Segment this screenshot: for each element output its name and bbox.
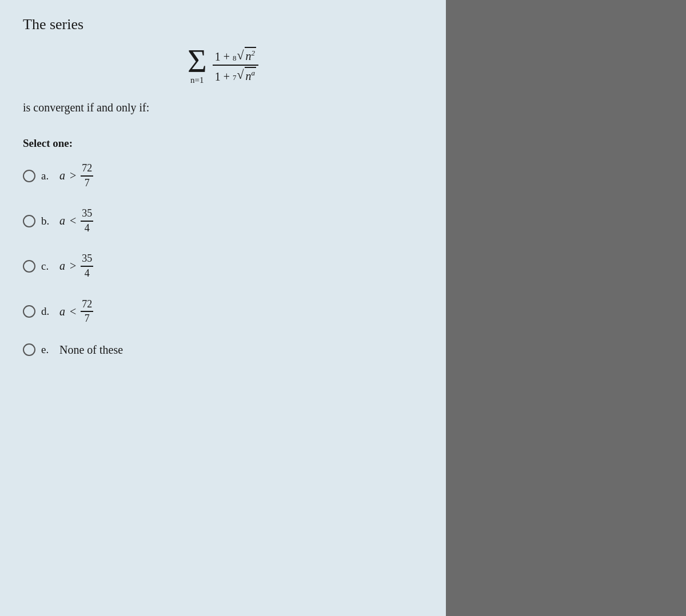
formula-block: Σ n=1 1 + 8√n2 1 + 7√na: [23, 45, 423, 85]
sigma-symbol: Σ: [188, 45, 207, 78]
sigma-limit: n=1: [190, 75, 204, 85]
option-d-letter: d.: [41, 305, 54, 318]
radio-d[interactable]: [23, 305, 35, 318]
option-a-letter: a.: [41, 170, 54, 182]
series-fraction: 1 + 8√n2 1 + 7√na: [213, 47, 258, 83]
option-b-content: a < 35 4: [59, 207, 93, 234]
radio-b[interactable]: [23, 215, 35, 227]
radio-a[interactable]: [23, 170, 35, 182]
radio-c[interactable]: [23, 260, 35, 273]
denominator: 1 + 7√na: [213, 66, 258, 83]
option-b-row[interactable]: b. a < 35 4: [23, 207, 423, 234]
option-a-row[interactable]: a. a > 72 7: [23, 162, 423, 189]
option-d-row[interactable]: d. a < 72 7: [23, 298, 423, 325]
question-card: The series Σ n=1 1 + 8√n2 1 + 7√na is co…: [0, 0, 446, 616]
body-text: is convergent if and only if:: [23, 101, 423, 114]
option-e-letter: e.: [41, 343, 54, 356]
option-e-content: None of these: [59, 343, 123, 357]
option-d-content: a < 72 7: [59, 298, 93, 325]
option-c-content: a > 35 4: [59, 253, 93, 279]
fraction-72-7-d: 72 7: [81, 298, 93, 325]
fraction-72-7: 72 7: [81, 162, 93, 189]
option-c-letter: c.: [41, 260, 54, 273]
option-e-row[interactable]: e. None of these: [23, 343, 423, 357]
option-c-row[interactable]: c. a > 35 4: [23, 253, 423, 279]
select-one-label: Select one:: [23, 137, 423, 150]
radio-e[interactable]: [23, 343, 35, 356]
fraction-35-4-b: 35 4: [81, 207, 93, 234]
option-b-letter: b.: [41, 215, 54, 227]
question-title: The series: [23, 16, 423, 33]
fraction-35-4-c: 35 4: [81, 253, 93, 279]
numerator: 1 + 8√n2: [213, 47, 258, 66]
option-a-content: a > 72 7: [59, 162, 93, 189]
sigma-expression: Σ n=1: [188, 45, 207, 85]
